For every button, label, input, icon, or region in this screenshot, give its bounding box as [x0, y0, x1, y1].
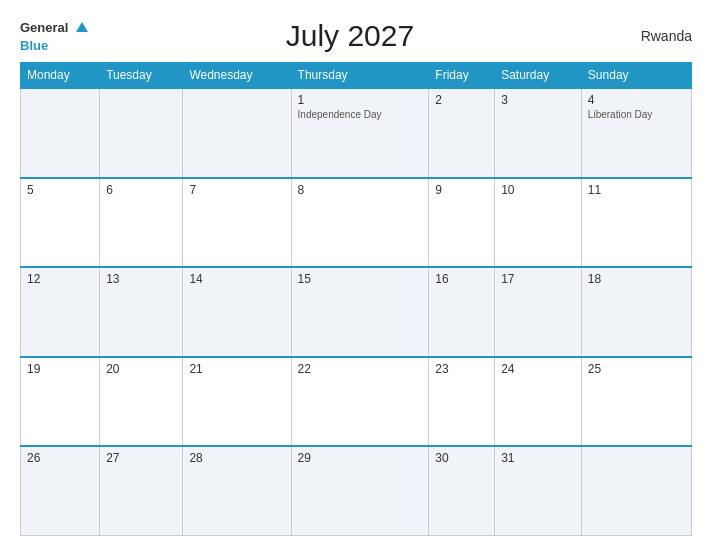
calendar-week-row: 567891011 [21, 178, 692, 268]
calendar-cell: 28 [183, 446, 291, 536]
header: General Blue July 2027 Rwanda [20, 18, 692, 54]
calendar-week-row: 19202122232425 [21, 357, 692, 447]
calendar-cell: 19 [21, 357, 100, 447]
calendar-cell: 7 [183, 178, 291, 268]
day-number: 23 [435, 362, 488, 376]
day-number: 8 [298, 183, 423, 197]
day-number: 29 [298, 451, 423, 465]
header-wednesday: Wednesday [183, 63, 291, 89]
calendar-cell: 18 [581, 267, 691, 357]
day-number: 5 [27, 183, 93, 197]
calendar-cell [183, 88, 291, 178]
day-number: 27 [106, 451, 176, 465]
calendar-cell: 1Independence Day [291, 88, 429, 178]
calendar-cell: 24 [495, 357, 582, 447]
holiday-name: Independence Day [298, 109, 423, 120]
calendar-cell: 23 [429, 357, 495, 447]
calendar-cell: 22 [291, 357, 429, 447]
day-number: 20 [106, 362, 176, 376]
logo-general-text: General [20, 20, 68, 35]
header-monday: Monday [21, 63, 100, 89]
calendar-cell: 14 [183, 267, 291, 357]
day-number: 26 [27, 451, 93, 465]
calendar-cell: 16 [429, 267, 495, 357]
calendar-cell: 8 [291, 178, 429, 268]
day-number: 4 [588, 93, 685, 107]
header-thursday: Thursday [291, 63, 429, 89]
calendar-cell: 6 [100, 178, 183, 268]
day-number: 19 [27, 362, 93, 376]
calendar-cell [21, 88, 100, 178]
logo-blue-text: Blue [20, 38, 48, 53]
day-number: 31 [501, 451, 575, 465]
day-number: 13 [106, 272, 176, 286]
calendar-week-row: 262728293031 [21, 446, 692, 536]
calendar-cell: 2 [429, 88, 495, 178]
days-header-row: Monday Tuesday Wednesday Thursday Friday… [21, 63, 692, 89]
calendar-cell [100, 88, 183, 178]
calendar-cell: 4Liberation Day [581, 88, 691, 178]
calendar-cell: 5 [21, 178, 100, 268]
logo-triangle-icon [76, 22, 88, 32]
day-number: 14 [189, 272, 284, 286]
day-number: 2 [435, 93, 488, 107]
day-number: 6 [106, 183, 176, 197]
header-friday: Friday [429, 63, 495, 89]
header-tuesday: Tuesday [100, 63, 183, 89]
calendar-week-row: 1Independence Day234Liberation Day [21, 88, 692, 178]
day-number: 18 [588, 272, 685, 286]
day-number: 1 [298, 93, 423, 107]
calendar-title: July 2027 [88, 19, 612, 53]
calendar-cell: 15 [291, 267, 429, 357]
day-number: 24 [501, 362, 575, 376]
logo: General Blue [20, 18, 88, 54]
calendar-cell: 25 [581, 357, 691, 447]
calendar-page: General Blue July 2027 Rwanda Monday Tue… [0, 0, 712, 550]
calendar-cell: 30 [429, 446, 495, 536]
day-number: 15 [298, 272, 423, 286]
calendar-cell: 3 [495, 88, 582, 178]
calendar-cell: 26 [21, 446, 100, 536]
calendar-cell: 9 [429, 178, 495, 268]
day-number: 11 [588, 183, 685, 197]
calendar-cell: 13 [100, 267, 183, 357]
calendar-cell: 17 [495, 267, 582, 357]
calendar-week-row: 12131415161718 [21, 267, 692, 357]
day-number: 10 [501, 183, 575, 197]
day-number: 28 [189, 451, 284, 465]
calendar-cell [581, 446, 691, 536]
calendar-cell: 27 [100, 446, 183, 536]
header-sunday: Sunday [581, 63, 691, 89]
calendar-cell: 21 [183, 357, 291, 447]
day-number: 21 [189, 362, 284, 376]
day-number: 9 [435, 183, 488, 197]
calendar-cell: 12 [21, 267, 100, 357]
day-number: 25 [588, 362, 685, 376]
calendar-cell: 31 [495, 446, 582, 536]
calendar-cell: 20 [100, 357, 183, 447]
day-number: 17 [501, 272, 575, 286]
logo-line2: Blue [20, 36, 48, 54]
day-number: 3 [501, 93, 575, 107]
calendar-cell: 10 [495, 178, 582, 268]
day-number: 30 [435, 451, 488, 465]
calendar-cell: 11 [581, 178, 691, 268]
country-label: Rwanda [612, 28, 692, 44]
calendar-cell: 29 [291, 446, 429, 536]
day-number: 12 [27, 272, 93, 286]
header-saturday: Saturday [495, 63, 582, 89]
day-number: 22 [298, 362, 423, 376]
logo-line1: General [20, 18, 88, 36]
calendar-table: Monday Tuesday Wednesday Thursday Friday… [20, 62, 692, 536]
day-number: 7 [189, 183, 284, 197]
day-number: 16 [435, 272, 488, 286]
holiday-name: Liberation Day [588, 109, 685, 120]
